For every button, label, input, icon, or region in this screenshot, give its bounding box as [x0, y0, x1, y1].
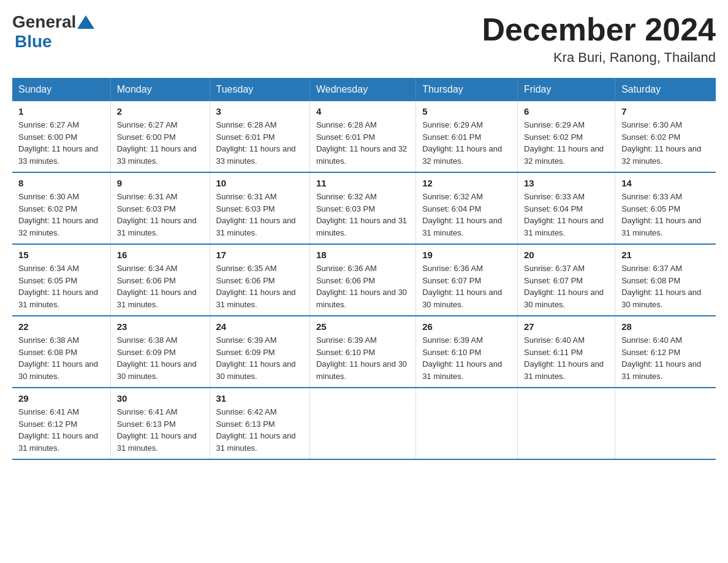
calendar-cell: 15Sunrise: 6:34 AMSunset: 6:05 PMDayligh…	[12, 244, 110, 316]
day-info: Sunrise: 6:27 AMSunset: 6:00 PMDaylight:…	[117, 119, 203, 167]
page-header: General Blue December 2024 Kra Buri, Ran…	[12, 12, 716, 66]
day-info: Sunrise: 6:33 AMSunset: 6:05 PMDaylight:…	[621, 191, 710, 239]
day-info: Sunrise: 6:28 AMSunset: 6:01 PMDaylight:…	[216, 119, 303, 167]
day-number: 4	[316, 106, 409, 117]
logo-general-text: General	[12, 12, 76, 32]
calendar-cell: 4Sunrise: 6:28 AMSunset: 6:01 PMDaylight…	[309, 101, 415, 172]
day-number: 2	[117, 106, 203, 117]
header-cell-monday: Monday	[110, 78, 210, 101]
calendar-cell: 30Sunrise: 6:41 AMSunset: 6:13 PMDayligh…	[110, 388, 210, 459]
day-number: 9	[117, 178, 203, 188]
calendar-cell: 13Sunrise: 6:33 AMSunset: 6:04 PMDayligh…	[518, 172, 615, 244]
logo: General Blue	[12, 12, 96, 52]
day-number: 12	[422, 178, 511, 188]
calendar-table: SundayMondayTuesdayWednesdayThursdayFrid…	[12, 78, 716, 460]
day-number: 29	[18, 393, 104, 404]
day-info: Sunrise: 6:35 AMSunset: 6:06 PMDaylight:…	[216, 262, 303, 310]
calendar-cell	[416, 388, 518, 459]
header-cell-friday: Friday	[518, 78, 615, 101]
day-info: Sunrise: 6:41 AMSunset: 6:13 PMDaylight:…	[117, 406, 203, 454]
title-section: December 2024 Kra Buri, Ranong, Thailand	[482, 12, 716, 66]
day-number: 24	[216, 321, 303, 332]
calendar-cell: 6Sunrise: 6:29 AMSunset: 6:02 PMDaylight…	[518, 101, 615, 172]
calendar-cell: 23Sunrise: 6:38 AMSunset: 6:09 PMDayligh…	[110, 316, 210, 388]
day-number: 15	[18, 250, 104, 260]
day-number: 10	[216, 178, 303, 188]
calendar-cell: 7Sunrise: 6:30 AMSunset: 6:02 PMDaylight…	[615, 101, 716, 172]
day-info: Sunrise: 6:39 AMSunset: 6:10 PMDaylight:…	[316, 334, 409, 382]
day-info: Sunrise: 6:41 AMSunset: 6:12 PMDaylight:…	[18, 406, 104, 454]
header-cell-thursday: Thursday	[416, 78, 518, 101]
calendar-cell: 10Sunrise: 6:31 AMSunset: 6:03 PMDayligh…	[210, 172, 309, 244]
day-info: Sunrise: 6:39 AMSunset: 6:10 PMDaylight:…	[422, 334, 511, 382]
calendar-cell: 17Sunrise: 6:35 AMSunset: 6:06 PMDayligh…	[210, 244, 309, 316]
calendar-cell: 16Sunrise: 6:34 AMSunset: 6:06 PMDayligh…	[110, 244, 210, 316]
day-number: 3	[216, 106, 303, 117]
day-number: 17	[216, 250, 303, 260]
header-cell-tuesday: Tuesday	[210, 78, 309, 101]
week-row: 8Sunrise: 6:30 AMSunset: 6:02 PMDaylight…	[12, 172, 716, 244]
header-cell-wednesday: Wednesday	[309, 78, 415, 101]
calendar-cell: 14Sunrise: 6:33 AMSunset: 6:05 PMDayligh…	[615, 172, 716, 244]
day-number: 20	[524, 250, 609, 260]
day-info: Sunrise: 6:32 AMSunset: 6:04 PMDaylight:…	[422, 191, 511, 239]
day-info: Sunrise: 6:34 AMSunset: 6:05 PMDaylight:…	[18, 262, 104, 310]
day-info: Sunrise: 6:31 AMSunset: 6:03 PMDaylight:…	[117, 191, 203, 239]
calendar-cell: 5Sunrise: 6:29 AMSunset: 6:01 PMDaylight…	[416, 101, 518, 172]
calendar-cell: 31Sunrise: 6:42 AMSunset: 6:13 PMDayligh…	[210, 388, 309, 459]
calendar-cell: 21Sunrise: 6:37 AMSunset: 6:08 PMDayligh…	[615, 244, 716, 316]
week-row: 15Sunrise: 6:34 AMSunset: 6:05 PMDayligh…	[12, 244, 716, 316]
day-info: Sunrise: 6:33 AMSunset: 6:04 PMDaylight:…	[524, 191, 609, 239]
calendar-cell: 11Sunrise: 6:32 AMSunset: 6:03 PMDayligh…	[309, 172, 415, 244]
day-info: Sunrise: 6:36 AMSunset: 6:07 PMDaylight:…	[422, 262, 511, 310]
calendar-cell: 12Sunrise: 6:32 AMSunset: 6:04 PMDayligh…	[416, 172, 518, 244]
header-row: SundayMondayTuesdayWednesdayThursdayFrid…	[12, 78, 716, 101]
logo-blue-text: Blue	[15, 32, 52, 51]
day-number: 30	[117, 393, 203, 404]
calendar-cell: 24Sunrise: 6:39 AMSunset: 6:09 PMDayligh…	[210, 316, 309, 388]
day-number: 21	[621, 250, 710, 260]
day-number: 11	[316, 178, 409, 188]
calendar-cell: 27Sunrise: 6:40 AMSunset: 6:11 PMDayligh…	[518, 316, 615, 388]
week-row: 29Sunrise: 6:41 AMSunset: 6:12 PMDayligh…	[12, 388, 716, 459]
day-number: 23	[117, 321, 203, 332]
calendar-cell	[309, 388, 415, 459]
calendar-subtitle: Kra Buri, Ranong, Thailand	[482, 50, 716, 66]
day-number: 31	[216, 393, 303, 404]
day-number: 5	[422, 106, 511, 117]
calendar-body: 1Sunrise: 6:27 AMSunset: 6:00 PMDaylight…	[12, 101, 716, 459]
day-number: 7	[621, 106, 710, 117]
calendar-cell: 25Sunrise: 6:39 AMSunset: 6:10 PMDayligh…	[309, 316, 415, 388]
calendar-title: December 2024	[482, 12, 716, 47]
day-number: 28	[621, 321, 710, 332]
week-row: 1Sunrise: 6:27 AMSunset: 6:00 PMDaylight…	[12, 101, 716, 172]
day-info: Sunrise: 6:42 AMSunset: 6:13 PMDaylight:…	[216, 406, 303, 454]
day-info: Sunrise: 6:32 AMSunset: 6:03 PMDaylight:…	[316, 191, 409, 239]
day-info: Sunrise: 6:29 AMSunset: 6:01 PMDaylight:…	[422, 119, 511, 167]
day-info: Sunrise: 6:31 AMSunset: 6:03 PMDaylight:…	[216, 191, 303, 239]
day-info: Sunrise: 6:40 AMSunset: 6:11 PMDaylight:…	[524, 334, 609, 382]
day-number: 22	[18, 321, 104, 332]
calendar-cell: 22Sunrise: 6:38 AMSunset: 6:08 PMDayligh…	[12, 316, 110, 388]
day-info: Sunrise: 6:40 AMSunset: 6:12 PMDaylight:…	[621, 334, 710, 382]
day-info: Sunrise: 6:30 AMSunset: 6:02 PMDaylight:…	[18, 191, 104, 239]
day-number: 27	[524, 321, 609, 332]
calendar-cell: 28Sunrise: 6:40 AMSunset: 6:12 PMDayligh…	[615, 316, 716, 388]
day-info: Sunrise: 6:38 AMSunset: 6:08 PMDaylight:…	[18, 334, 104, 382]
calendar-cell: 20Sunrise: 6:37 AMSunset: 6:07 PMDayligh…	[518, 244, 615, 316]
day-number: 18	[316, 250, 409, 260]
day-number: 19	[422, 250, 511, 260]
day-info: Sunrise: 6:37 AMSunset: 6:08 PMDaylight:…	[621, 262, 710, 310]
calendar-cell: 2Sunrise: 6:27 AMSunset: 6:00 PMDaylight…	[110, 101, 210, 172]
day-info: Sunrise: 6:27 AMSunset: 6:00 PMDaylight:…	[18, 119, 104, 167]
day-info: Sunrise: 6:38 AMSunset: 6:09 PMDaylight:…	[117, 334, 203, 382]
calendar-cell: 18Sunrise: 6:36 AMSunset: 6:06 PMDayligh…	[309, 244, 415, 316]
day-number: 1	[18, 106, 104, 117]
day-info: Sunrise: 6:39 AMSunset: 6:09 PMDaylight:…	[216, 334, 303, 382]
day-info: Sunrise: 6:28 AMSunset: 6:01 PMDaylight:…	[316, 119, 409, 167]
calendar-cell: 9Sunrise: 6:31 AMSunset: 6:03 PMDaylight…	[110, 172, 210, 244]
day-number: 16	[117, 250, 203, 260]
day-info: Sunrise: 6:36 AMSunset: 6:06 PMDaylight:…	[316, 262, 409, 310]
calendar-cell: 8Sunrise: 6:30 AMSunset: 6:02 PMDaylight…	[12, 172, 110, 244]
day-info: Sunrise: 6:29 AMSunset: 6:02 PMDaylight:…	[524, 119, 609, 167]
